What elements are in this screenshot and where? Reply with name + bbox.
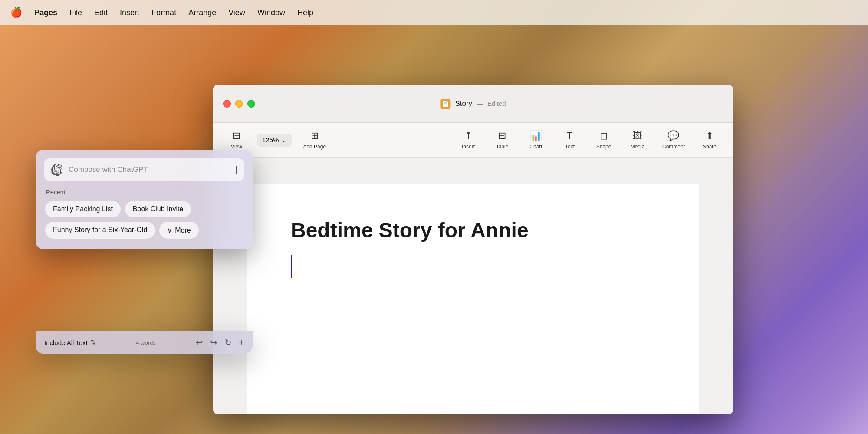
toolbar-shape-button[interactable]: ◻ Shape — [589, 127, 619, 153]
add-button[interactable]: + — [239, 338, 244, 348]
more-label: More — [175, 227, 191, 234]
table-label: Table — [496, 144, 509, 150]
addpage-label: Add Page — [303, 144, 326, 150]
chip-family-packing-list[interactable]: Family Packing List — [45, 201, 121, 217]
window-title-separator: — — [477, 100, 483, 107]
zoom-chevron-icon: ⌄ — [281, 136, 286, 144]
redo-button[interactable]: ↪ — [210, 337, 217, 348]
addpage-icon: ⊞ — [311, 130, 319, 141]
zoom-value: 125% — [262, 136, 279, 144]
traffic-lights — [223, 100, 255, 108]
toolbar-table-button[interactable]: ⊟ Table — [487, 127, 517, 153]
menu-arrange[interactable]: Arrange — [188, 8, 216, 17]
recent-label: Recent — [44, 189, 244, 196]
shape-label: Shape — [596, 144, 612, 150]
menu-edit[interactable]: Edit — [94, 8, 108, 17]
word-count-label: 4 words — [136, 339, 156, 346]
include-arrows-icon: ⇅ — [90, 339, 96, 346]
close-button[interactable] — [223, 100, 231, 108]
view-label: View — [231, 144, 242, 150]
word-count-text: 4 words — [136, 339, 156, 346]
chip-funny-story[interactable]: Funny Story for a Six-Year-Old — [45, 222, 155, 239]
toolbar-comment-button[interactable]: 💬 Comment — [656, 127, 691, 153]
pages-toolbar: ⊟ View 125% ⌄ ⊞ Add Page ⤒ Insert ⊟ Tabl… — [213, 123, 733, 158]
compose-input-row[interactable]: Compose with ChatGPT — [44, 158, 244, 181]
zoom-control[interactable]: 125% ⌄ — [257, 134, 292, 147]
compose-input[interactable]: Compose with ChatGPT — [69, 165, 230, 174]
refresh-button[interactable]: ↻ — [224, 337, 232, 348]
text-label: Text — [565, 144, 575, 150]
action-buttons: ↩ ↪ ↻ + — [196, 337, 244, 348]
toolbar-chart-button[interactable]: 📊 Chart — [521, 127, 551, 153]
minimize-button[interactable] — [235, 100, 243, 108]
text-icon: T — [567, 130, 572, 141]
toolbar-text-button[interactable]: T Text — [555, 127, 585, 153]
view-icon: ⊟ — [233, 130, 240, 141]
chatgpt-bottom-bar: Include All Text ⇅ 4 words ↩ ↪ ↻ + — [36, 331, 253, 354]
menu-help[interactable]: Help — [297, 8, 313, 17]
pages-titlebar: 📄 Story — Edited — [213, 85, 733, 123]
comment-label: Comment — [662, 144, 685, 150]
toolbar-addpage-button[interactable]: ⊞ Add Page — [297, 127, 332, 153]
menu-view[interactable]: View — [228, 8, 245, 17]
toolbar-view-button[interactable]: ⊟ View — [221, 127, 252, 153]
comment-icon: 💬 — [667, 130, 679, 141]
share-icon: ⬆ — [706, 130, 713, 141]
chart-icon: 📊 — [530, 130, 542, 141]
document-title: Bedtime Story for Annie — [291, 218, 655, 242]
insert-icon: ⤒ — [464, 130, 472, 141]
shape-icon: ◻ — [600, 130, 608, 141]
window-title-status: Edited — [487, 100, 506, 107]
document-cursor — [291, 255, 655, 278]
share-label: Share — [703, 144, 717, 150]
menu-pages[interactable]: Pages — [34, 8, 57, 17]
desktop: 🍎 Pages File Edit Insert Format Arrange … — [0, 0, 868, 434]
table-icon: ⊟ — [498, 130, 506, 141]
include-text-label: Include All Text — [44, 339, 88, 346]
document-area: Bedtime Story for Annie — [213, 158, 733, 414]
toolbar-media-button[interactable]: 🖼 Media — [622, 127, 653, 153]
text-cursor — [236, 166, 237, 174]
media-label: Media — [631, 144, 645, 150]
pages-window: 📄 Story — Edited ⊟ View 125% ⌄ ⊞ Add Pag… — [213, 85, 733, 414]
chart-label: Chart — [529, 144, 542, 150]
insert-label: Insert — [462, 144, 475, 150]
menu-window[interactable]: Window — [257, 8, 285, 17]
window-title: Story — [455, 99, 472, 108]
apple-menu[interactable]: 🍎 — [10, 7, 22, 18]
window-title-area: 📄 Story — Edited — [440, 99, 506, 109]
menubar: 🍎 Pages File Edit Insert Format Arrange … — [0, 0, 868, 25]
toolbar-insert-button[interactable]: ⤒ Insert — [453, 127, 483, 153]
include-text-control[interactable]: Include All Text ⇅ — [44, 339, 96, 346]
fullscreen-button[interactable] — [247, 100, 255, 108]
menu-format[interactable]: Format — [151, 8, 176, 17]
chatgpt-panel: Compose with ChatGPT Recent Family Packi… — [36, 150, 253, 249]
document-page[interactable]: Bedtime Story for Annie — [247, 184, 699, 414]
chatgpt-logo-icon — [51, 164, 63, 176]
chip-book-club-invite[interactable]: Book Club Invite — [125, 201, 191, 217]
menu-file[interactable]: File — [69, 8, 82, 17]
media-icon: 🖼 — [633, 130, 642, 141]
more-chevron-icon: ∨ — [167, 226, 172, 234]
recent-chips: Family Packing List Book Club Invite Fun… — [44, 201, 244, 239]
pages-doc-icon: 📄 — [440, 99, 450, 109]
menu-insert[interactable]: Insert — [120, 8, 139, 17]
toolbar-share-button[interactable]: ⬆ Share — [694, 127, 725, 153]
undo-button[interactable]: ↩ — [196, 337, 203, 348]
more-button[interactable]: ∨ More — [159, 222, 198, 239]
